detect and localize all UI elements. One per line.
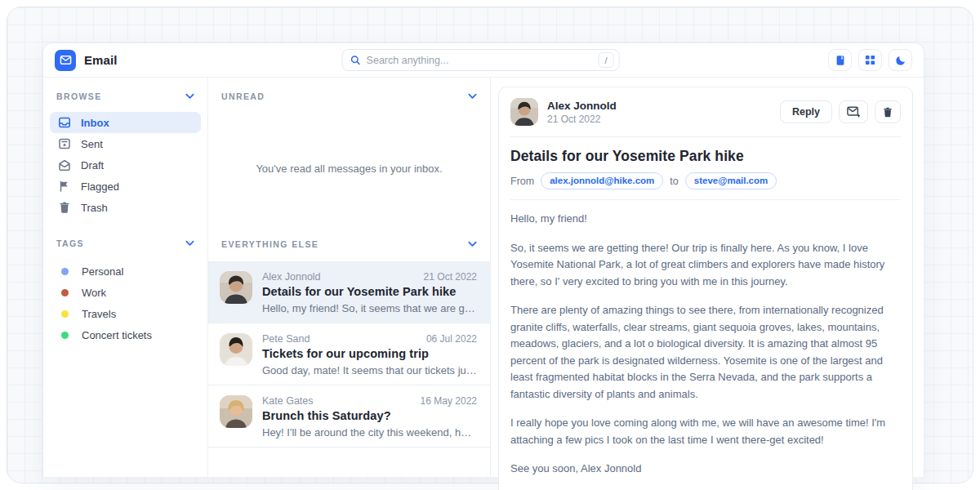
unread-empty-text: You've read all messages in your inbox.	[221, 163, 477, 175]
email-paragraph: Hello, my friend!	[510, 211, 901, 228]
tags-section-header: TAGS	[50, 236, 201, 251]
chevron-down-icon[interactable]	[468, 241, 477, 247]
grid-icon[interactable]	[858, 49, 882, 71]
reply-button[interactable]: Reply	[780, 100, 832, 123]
from-to-row: From alex.jonnold@hike.com to steve@mail…	[510, 172, 901, 189]
email-detail-card: Alex Jonnold 21 Oct 2022 Reply	[498, 87, 913, 490]
sidebar-item-label: Inbox	[81, 117, 109, 129]
tag-dot	[61, 310, 69, 318]
email-paragraph: See you soon, Alex Jonnold	[510, 461, 901, 478]
list-item-email-kate[interactable]: Kate Gates 16 May 2022 Brunch this Satur…	[208, 385, 490, 447]
from-email-chip[interactable]: alex.jonnold@hike.com	[541, 172, 663, 189]
envelope-icon	[60, 54, 72, 66]
detail-header: Alex Jonnold 21 Oct 2022 Reply	[499, 87, 912, 136]
tag-label: Work	[82, 287, 106, 299]
app-columns: BROWSE Inbox Sent Draft Flagg	[43, 78, 924, 477]
everything-else-label: EVERYTHING ELSE	[221, 239, 318, 249]
moon-icon[interactable]	[889, 49, 912, 71]
delete-email-icon[interactable]	[875, 100, 901, 123]
unread-label: UNREAD	[221, 91, 265, 101]
list-item-email-alex[interactable]: Alex Jonnold 21 Oct 2022 Details for our…	[208, 261, 490, 323]
tag-item-personal[interactable]: Personal	[50, 261, 201, 282]
chevron-down-icon[interactable]	[185, 93, 194, 100]
tag-item-concert-tickets[interactable]: Concert tickets	[50, 324, 201, 345]
app-header: Email /	[43, 43, 924, 78]
email-subject: Details for our Yosemite Park hike	[510, 148, 901, 165]
mail-date: 21 Oct 2022	[424, 271, 477, 283]
sent-icon	[58, 137, 71, 150]
detail-actions: Reply	[780, 100, 901, 123]
tags-section: TAGS Personal Work Travels	[50, 236, 201, 345]
email-paragraph: So, it seems we are getting there! Our t…	[510, 240, 901, 291]
search-icon	[350, 55, 361, 65]
tag-dot	[61, 332, 69, 339]
tag-label: Personal	[82, 265, 123, 278]
mail-subject: Brunch this Saturday?	[262, 409, 477, 422]
detail-sender-name: Alex Jonnold	[547, 100, 617, 112]
sidebar-item-inbox[interactable]: Inbox	[50, 112, 201, 133]
search-input[interactable]	[367, 55, 599, 66]
mail-sender: Alex Jonnold	[262, 271, 321, 283]
search-bar[interactable]: /	[342, 49, 620, 71]
chevron-down-icon[interactable]	[468, 93, 477, 100]
trash-icon	[58, 201, 71, 214]
browse-nav: Inbox Sent Draft Flagged Trash	[50, 112, 201, 218]
tag-dot	[61, 289, 69, 296]
sidebar-item-trash[interactable]: Trash	[50, 197, 201, 218]
tag-dot	[61, 268, 69, 275]
mail-subject: Details for our Yosemite Park hike	[262, 285, 477, 298]
tag-item-work[interactable]: Work	[50, 282, 201, 303]
sidebar-item-flagged[interactable]: Flagged	[50, 176, 201, 197]
mail-list-column: UNREAD You've read all messages in your …	[208, 78, 491, 477]
email-app-window: Email / BROWSE	[42, 42, 924, 477]
avatar	[220, 395, 252, 428]
search-shortcut-hint: /	[599, 52, 614, 68]
email-paragraph: I really hope you love coming along with…	[510, 415, 901, 448]
from-label: From	[510, 176, 534, 187]
to-label: to	[670, 176, 678, 187]
tag-label: Travels	[82, 308, 116, 320]
unread-section: UNREAD You've read all messages in your …	[208, 78, 490, 229]
email-body: Hello, my friend! So, it seems we are ge…	[499, 200, 912, 490]
avatar	[220, 271, 252, 304]
sidebar-item-draft[interactable]: Draft	[50, 154, 201, 176]
mail-snippet: Good day, mate! It seems that our ticket…	[262, 364, 477, 376]
book-icon[interactable]	[828, 49, 852, 71]
to-email-chip[interactable]: steve@mail.com	[685, 172, 777, 189]
list-item-email-pete[interactable]: Pete Sand 06 Jul 2022 Tickets for our up…	[208, 323, 490, 385]
inbox-icon	[58, 116, 71, 129]
page-title: Email	[84, 53, 118, 67]
sidebar-item-sent[interactable]: Sent	[50, 133, 201, 154]
browse-label: BROWSE	[56, 91, 102, 101]
email-paragraph: There are plenty of amazing things to se…	[510, 302, 901, 403]
chevron-down-icon[interactable]	[185, 240, 194, 247]
mail-sender: Kate Gates	[262, 395, 314, 407]
tag-list: Personal Work Travels Concert tickets	[50, 261, 201, 345]
sidebar-item-label: Flagged	[81, 180, 119, 193]
tag-item-travels[interactable]: Travels	[50, 303, 201, 324]
mail-subject: Tickets for our upcoming trip	[262, 347, 477, 360]
detail-date: 21 Oct 2022	[547, 114, 617, 125]
avatar	[510, 98, 538, 126]
mail-snippet: Hello, my friend! So, it seems that we a…	[262, 302, 477, 314]
list-divider	[208, 447, 490, 448]
flag-icon	[58, 180, 71, 193]
mail-sender: Pete Sand	[262, 333, 310, 345]
sidebar: BROWSE Inbox Sent Draft Flagg	[43, 78, 208, 477]
header-actions	[828, 49, 912, 71]
mail-date: 06 Jul 2022	[426, 333, 477, 345]
avatar	[220, 333, 252, 366]
mail-date: 16 May 2022	[421, 395, 477, 407]
detail-panel: Alex Jonnold 21 Oct 2022 Reply	[491, 78, 924, 477]
sidebar-item-label: Trash	[81, 202, 108, 214]
sidebar-item-label: Draft	[81, 159, 104, 172]
tags-label: TAGS	[56, 238, 84, 248]
mail-snippet: Hey! I'll be around the city this weeken…	[262, 426, 477, 439]
forward-email-icon[interactable]	[839, 100, 868, 123]
draft-icon	[58, 158, 71, 172]
app-logo	[55, 50, 76, 71]
tag-label: Concert tickets	[82, 329, 152, 341]
browse-section-header: BROWSE	[50, 89, 201, 104]
subject-block: Details for our Yosemite Park hike From …	[499, 137, 912, 199]
everything-else-header: EVERYTHING ELSE	[208, 237, 490, 252]
